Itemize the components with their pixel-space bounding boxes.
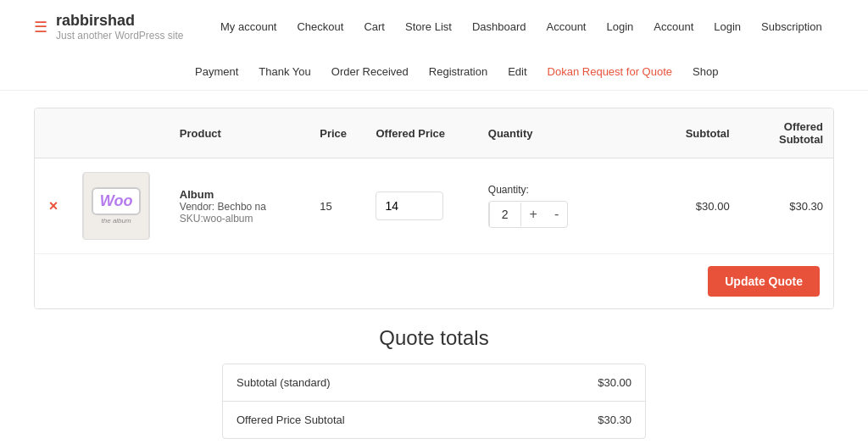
offered-subtotal-label: Offered Price Subtotal	[236, 413, 345, 426]
table-row: × Woo the album	[35, 158, 833, 254]
quote-totals-title: Quote totals	[222, 326, 646, 350]
nav-account-2[interactable]: Account	[654, 20, 693, 33]
col-header-product: Product	[170, 108, 309, 158]
quote-totals-table: Subtotal (standard) $30.00 Offered Price…	[222, 364, 646, 439]
quantity-increase-button[interactable]: +	[521, 202, 546, 227]
quantity-label: Quantity:	[488, 184, 655, 196]
nav-my-account[interactable]: My account	[220, 20, 276, 33]
offered-price-input[interactable]	[376, 191, 443, 220]
col-header-subtotal: Subtotal	[665, 108, 739, 158]
nav-dashboard[interactable]: Dashboard	[472, 20, 526, 33]
subtotal-standard-label: Subtotal (standard)	[236, 376, 331, 389]
main-content: Product Price Offered Price Quantity Sub…	[0, 91, 868, 444]
col-header-offered-subtotal: Offered Subtotal	[740, 108, 833, 158]
site-tagline: Just another WordPress site	[56, 30, 184, 42]
subtotal-standard-value: $30.00	[598, 376, 632, 389]
product-name: Album	[180, 188, 299, 201]
quote-totals-section: Quote totals Subtotal (standard) $30.00 …	[222, 326, 646, 444]
quantity-controls: 2 + -	[488, 201, 568, 228]
quantity-value: 2	[489, 203, 521, 226]
site-header: ☰ rabbirshad Just another WordPress site…	[0, 0, 868, 91]
nav-thank-you[interactable]: Thank You	[259, 65, 310, 78]
quantity-decrease-button[interactable]: -	[546, 202, 567, 227]
nav-login-2[interactable]: Login	[714, 20, 741, 33]
price-cell: 15	[309, 158, 365, 254]
subtotal-cell: $30.00	[665, 158, 739, 254]
logo-area: ☰ rabbirshad Just another WordPress site	[34, 12, 186, 42]
quantity-cell: Quantity: 2 + -	[478, 158, 665, 254]
offered-subtotal-value: $30.30	[598, 413, 632, 426]
col-header-quantity: Quantity	[478, 108, 665, 158]
nav-account-1[interactable]: Account	[547, 20, 587, 33]
album-label: the album	[102, 217, 131, 225]
product-vendor: Vendor: Bechbo na	[180, 201, 299, 213]
nav-checkout[interactable]: Checkout	[297, 20, 343, 33]
nav-payment[interactable]: Payment	[195, 65, 238, 78]
update-quote-button[interactable]: Update Quote	[708, 266, 820, 297]
col-header-price: Price	[309, 108, 365, 158]
table-footer: Update Quote	[35, 254, 833, 308]
nav-cart[interactable]: Cart	[364, 20, 385, 33]
woo-text: Woo	[100, 192, 133, 209]
nav-login-1[interactable]: Login	[606, 20, 633, 33]
remove-cell: ×	[35, 158, 72, 254]
nav-order-received[interactable]: Order Received	[331, 65, 409, 78]
product-image: Woo the album	[82, 172, 150, 240]
top-nav: My account Checkout Cart Store List Dash…	[220, 20, 822, 33]
nav-edit[interactable]: Edit	[508, 65, 526, 78]
nav-shop[interactable]: Shop	[693, 65, 718, 78]
col-header-remove	[35, 108, 72, 158]
remove-item-button[interactable]: ×	[49, 197, 58, 214]
col-header-image	[72, 108, 170, 158]
product-image-cell: Woo the album	[72, 158, 170, 254]
product-sku: SKU:woo-album	[180, 213, 299, 225]
menu-icon[interactable]: ☰	[34, 18, 47, 36]
totals-row-offered: Offered Price Subtotal $30.30	[223, 402, 645, 438]
bottom-nav: Payment Thank You Order Received Registr…	[195, 53, 834, 90]
product-info-cell: Album Vendor: Bechbo na SKU:woo-album	[170, 158, 309, 254]
nav-registration[interactable]: Registration	[429, 65, 487, 78]
nav-subscription[interactable]: Subscription	[761, 20, 822, 33]
totals-row-subtotal: Subtotal (standard) $30.00	[223, 364, 645, 402]
quote-table-wrapper: Product Price Offered Price Quantity Sub…	[34, 108, 834, 309]
site-name: rabbirshad	[56, 12, 184, 30]
col-header-offered-price: Offered Price	[365, 108, 477, 158]
nav-dokan-request[interactable]: Dokan Request for Quote	[548, 65, 672, 78]
offered-subtotal-cell: $30.30	[740, 158, 833, 254]
offered-price-cell	[365, 158, 477, 254]
nav-store-list[interactable]: Store List	[405, 20, 452, 33]
quote-table: Product Price Offered Price Quantity Sub…	[35, 108, 833, 254]
